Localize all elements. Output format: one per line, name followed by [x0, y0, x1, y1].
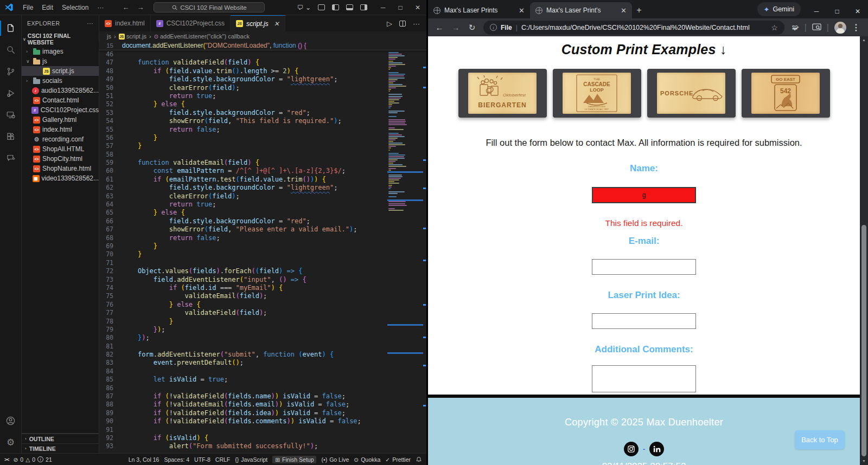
- browser-reload-icon[interactable]: ↻: [465, 23, 479, 33]
- code-line[interactable]: 61 if (emailPattern.test(field.value.tri…: [99, 176, 426, 184]
- code-line[interactable]: 76 } else {: [99, 301, 426, 309]
- vscode-maximize-button[interactable]: □: [392, 0, 409, 15]
- editor-tab-script.js[interactable]: JSscript.js✕: [231, 15, 285, 31]
- toggle-sidebar-icon[interactable]: [332, 4, 339, 10]
- close-tab-icon[interactable]: ✕: [274, 20, 279, 28]
- file-tree-item-js[interactable]: ∨js: [22, 56, 99, 66]
- copilot-chat-icon[interactable]: 🗩 ⌄: [297, 4, 311, 11]
- bookmark-star-icon[interactable]: ☆: [771, 23, 778, 32]
- browser-tab-active[interactable]: Max's Laser Print's✕: [530, 2, 632, 18]
- browser-forward-icon[interactable]: →: [449, 23, 463, 32]
- menu-selection[interactable]: Selection: [58, 4, 93, 11]
- status-quokka[interactable]: ⊙Quokka: [354, 456, 380, 463]
- settings-gear-icon[interactable]: ⚙: [0, 431, 22, 453]
- back-to-top-button[interactable]: Back to Top: [795, 430, 845, 449]
- site-info-icon[interactable]: i: [490, 24, 497, 31]
- code-line[interactable]: 15document.addEventListener("DOMContentL…: [99, 41, 306, 50]
- status-crlf[interactable]: CRLF: [215, 456, 230, 463]
- code-line[interactable]: 64 return true;: [99, 201, 426, 209]
- run-debug-icon[interactable]: [0, 82, 22, 104]
- browser-close-button[interactable]: ✕: [847, 8, 868, 15]
- explorer-root-folder[interactable]: ∨ CSCI 102 FINAL WEBSITE: [22, 31, 99, 47]
- idea-input[interactable]: [592, 313, 696, 329]
- file-tree-item-script-js[interactable]: JSscript.js: [22, 66, 99, 76]
- explorer-more-icon[interactable]: ···: [87, 20, 93, 27]
- name-input[interactable]: [592, 187, 696, 203]
- social-separator-link[interactable]: -: [643, 445, 645, 453]
- code-line[interactable]: 81: [99, 343, 426, 351]
- menu-edit[interactable]: Edit: [37, 4, 58, 11]
- code-line[interactable]: 77 validateField(field);: [99, 309, 426, 317]
- code-line[interactable]: 48 if (field.value.trim().length >= 2) {: [99, 67, 426, 75]
- code-line[interactable]: 50 clearError(field);: [99, 84, 426, 92]
- nav-forward-icon[interactable]: →: [137, 3, 144, 11]
- scroll-up-icon[interactable]: ▲: [862, 36, 866, 44]
- code-editor[interactable]: 4647 function validateField(field) {48 i…: [99, 50, 426, 453]
- code-line[interactable]: 89 if (!validateField(fields.idea)) isVa…: [99, 409, 426, 417]
- search-icon[interactable]: [0, 39, 22, 61]
- browser-maximize-button[interactable]: □: [827, 8, 847, 15]
- code-line[interactable]: 51 return true;: [99, 92, 426, 100]
- code-line[interactable]: 84: [99, 367, 426, 376]
- nav-back-icon[interactable]: ←: [122, 3, 129, 11]
- file-tree-item-contact-html[interactable]: <>Contact.html: [22, 95, 99, 105]
- browser-back-icon[interactable]: ←: [432, 23, 446, 32]
- comments-textarea[interactable]: [592, 365, 696, 392]
- file-tree-item-images[interactable]: ›images: [22, 47, 99, 56]
- code-line[interactable]: 65 } else {: [99, 209, 426, 217]
- editor-tab-index.html[interactable]: <>index.html: [99, 15, 151, 31]
- code-line[interactable]: 73 field.addEventListener("input", () =>…: [99, 276, 426, 284]
- file-tree-item-video1339528562-[interactable]: ▦video1339528562...: [22, 173, 99, 183]
- new-tab-button[interactable]: +: [632, 3, 646, 17]
- chat-icon[interactable]: [0, 147, 22, 169]
- menu-more[interactable]: ···: [93, 4, 108, 11]
- code-line[interactable]: 46: [99, 50, 426, 59]
- code-line[interactable]: 56 }: [99, 134, 426, 142]
- code-line[interactable]: 78 }: [99, 318, 426, 326]
- vscode-minimize-button[interactable]: ─: [374, 0, 392, 15]
- toggle-secondary-sidebar-icon[interactable]: [360, 4, 367, 10]
- code-line[interactable]: 90 if (!validateField(fields.comments)) …: [99, 417, 426, 425]
- status-javascript[interactable]: {}JavaScript: [235, 456, 267, 463]
- code-line[interactable]: 47 function validateField(field) {: [99, 59, 426, 67]
- browser-minimize-button[interactable]: ─: [806, 8, 827, 15]
- split-editor-icon[interactable]: [399, 21, 406, 27]
- file-tree-item-index-html[interactable]: <>index.html: [22, 125, 99, 134]
- file-tree-item-audio1339528562-[interactable]: ♪audio1339528562...: [22, 86, 99, 95]
- source-control-icon[interactable]: [0, 61, 22, 82]
- run-code-icon[interactable]: ▷: [387, 20, 392, 28]
- search-tabs-icon[interactable]: [812, 23, 821, 31]
- code-line[interactable]: 92 if (isValid) {: [99, 434, 426, 442]
- address-bar[interactable]: i File | C:/Users/maxdu/OneDrive/CSCI%20…: [483, 21, 784, 35]
- close-tab-icon[interactable]: ✕: [519, 7, 525, 15]
- code-line[interactable]: 55 return false;: [99, 126, 426, 134]
- outline-panel-header[interactable]: ›OUTLINE: [22, 434, 99, 443]
- minimap[interactable]: [388, 50, 422, 453]
- remote-explorer-icon[interactable]: [0, 104, 22, 126]
- file-tree-item-shopnature-html[interactable]: <>ShopNature.html: [22, 164, 99, 173]
- timeline-panel-header[interactable]: ›TIMELINE: [22, 443, 99, 453]
- code-line[interactable]: 80 });: [99, 334, 426, 342]
- notifications-bell-icon[interactable]: [416, 456, 422, 463]
- linkedin-icon[interactable]: [649, 442, 664, 456]
- code-line[interactable]: 49 field.style.backgroundColor = "lightg…: [99, 75, 426, 83]
- account-icon[interactable]: [0, 410, 22, 431]
- email-input[interactable]: [592, 259, 696, 275]
- file-tree-item-shopcity-html[interactable]: <>ShopCity.html: [22, 154, 99, 164]
- editor-more-actions-icon[interactable]: ···: [413, 20, 420, 28]
- status-finish-setup[interactable]: ⊞Finish Setup: [272, 456, 316, 463]
- code-line[interactable]: 79 });: [99, 326, 426, 334]
- code-line[interactable]: 72 Object.values(fields).forEach((field)…: [99, 267, 426, 275]
- code-line[interactable]: 91: [99, 426, 426, 434]
- code-line[interactable]: 68 return false;: [99, 234, 426, 242]
- code-line[interactable]: 70 }: [99, 250, 426, 259]
- code-line[interactable]: 83 event.preventDefault();: [99, 359, 426, 367]
- instagram-icon[interactable]: [624, 442, 639, 456]
- explorer-icon[interactable]: [0, 17, 22, 39]
- vscode-close-button[interactable]: ✕: [409, 0, 426, 15]
- remote-indicator-icon[interactable]: ><: [4, 457, 9, 462]
- code-line[interactable]: 53 field.style.backgroundColor = "red";: [99, 109, 426, 117]
- file-tree-item-shopall-html[interactable]: <>ShopAll.HTML: [22, 144, 99, 154]
- extensions-puzzle-icon[interactable]: 🧩︎: [792, 23, 799, 31]
- code-line[interactable]: 75 validateEmail(field);: [99, 292, 426, 300]
